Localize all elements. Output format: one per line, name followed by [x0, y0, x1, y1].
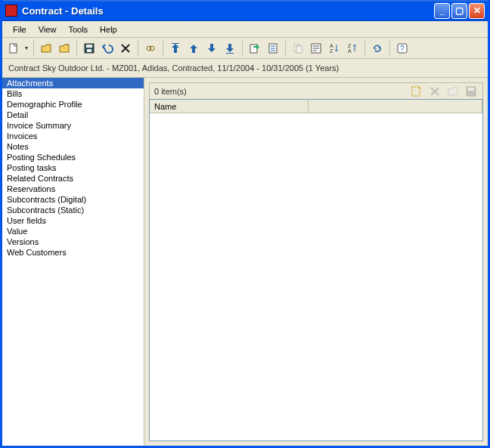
sidebar-item-posting-schedules[interactable]: Posting Schedules — [2, 152, 144, 162]
svg-rect-23 — [468, 88, 474, 91]
delete-button[interactable] — [117, 40, 134, 57]
svg-rect-0 — [10, 44, 17, 53]
properties-button[interactable] — [308, 40, 324, 57]
sidebar-item-versions[interactable]: Versions — [2, 236, 144, 247]
copy-button — [290, 40, 306, 57]
sidebar-item-user-fields[interactable]: User fields — [2, 215, 144, 226]
svg-text:Z: Z — [348, 43, 352, 48]
menubar: File View Tools Help — [2, 21, 488, 38]
svg-rect-12 — [296, 46, 302, 53]
new-button[interactable] — [5, 40, 22, 57]
sidebar-item-subcontracts-digital-[interactable]: Subcontracts (Digital) — [2, 194, 144, 205]
attachments-list[interactable]: Name — [149, 99, 483, 441]
save-attachment-button — [464, 85, 478, 98]
sidebar-item-value[interactable]: Value — [2, 226, 144, 236]
content: AttachmentsBillsDemographic ProfileDetai… — [2, 78, 488, 446]
export-button[interactable] — [247, 40, 263, 57]
sidebar: AttachmentsBillsDemographic ProfileDetai… — [2, 78, 144, 446]
sidebar-item-demographic-profile[interactable]: Demographic Profile — [2, 99, 144, 110]
close-button[interactable]: ✕ — [469, 3, 485, 19]
main-header: 0 item(s) * — [149, 82, 483, 99]
menu-file[interactable]: File — [7, 23, 33, 36]
open-attachment-button — [446, 85, 460, 98]
svg-rect-8 — [226, 53, 234, 54]
new-attachment-button[interactable]: * — [410, 85, 423, 98]
app-icon — [5, 5, 17, 17]
svg-text:A: A — [330, 43, 333, 48]
window-buttons: _ ▢ ✕ — [434, 3, 485, 19]
svg-rect-9 — [250, 45, 257, 53]
main-panel: 0 item(s) * Name — [144, 78, 488, 446]
breadcrumb: Contract Sky Outdoor Ltd. - MZ001, Adida… — [2, 59, 488, 78]
first-button[interactable] — [167, 40, 184, 57]
item-count: 0 item(s) — [154, 87, 410, 96]
new-dropdown[interactable]: ▾ — [23, 45, 29, 51]
open-button[interactable] — [38, 40, 54, 57]
sidebar-item-invoice-summary[interactable]: Invoice Summary — [2, 120, 144, 131]
maximize-button[interactable]: ▢ — [451, 3, 467, 19]
menu-help[interactable]: Help — [94, 23, 123, 36]
svg-rect-3 — [86, 45, 92, 48]
minimize-button[interactable]: _ — [434, 3, 450, 19]
svg-rect-4 — [87, 49, 91, 52]
menu-view[interactable]: View — [33, 23, 63, 36]
document-button[interactable] — [265, 40, 281, 57]
sidebar-item-subcontracts-static-[interactable]: Subcontracts (Static) — [2, 205, 144, 215]
undo-button[interactable] — [99, 40, 116, 57]
sidebar-item-web-customers[interactable]: Web Customers — [2, 247, 144, 258]
sidebar-item-reservations[interactable]: Reservations — [2, 184, 144, 194]
column-blank[interactable] — [309, 100, 482, 113]
toolbar: ▾ * AZ ZA ? — [2, 38, 488, 59]
last-button[interactable] — [222, 40, 238, 57]
svg-text:?: ? — [400, 45, 405, 53]
save-button[interactable] — [81, 40, 98, 57]
open-alt-button[interactable]: * — [56, 40, 73, 57]
next-button[interactable] — [203, 40, 220, 57]
menu-tools[interactable]: Tools — [62, 23, 94, 36]
sidebar-item-invoices[interactable]: Invoices — [2, 131, 144, 141]
sidebar-item-bills[interactable]: Bills — [2, 88, 144, 99]
help-button[interactable]: ? — [394, 40, 411, 57]
delete-attachment-button — [428, 85, 442, 98]
svg-point-6 — [150, 46, 154, 51]
svg-rect-7 — [172, 43, 179, 44]
sort-desc-button[interactable]: ZA — [344, 40, 361, 57]
sidebar-item-posting-tasks[interactable]: Posting tasks — [2, 162, 144, 173]
svg-text:*: * — [418, 85, 420, 92]
list-body — [150, 113, 482, 440]
sidebar-item-related-contracts[interactable]: Related Contracts — [2, 173, 144, 184]
sort-asc-button[interactable]: AZ — [326, 40, 343, 57]
prev-button[interactable] — [185, 40, 202, 57]
window-title: Contract - Details — [22, 5, 434, 17]
sidebar-item-attachments[interactable]: Attachments — [2, 78, 144, 88]
column-name[interactable]: Name — [150, 100, 309, 113]
sidebar-item-notes[interactable]: Notes — [2, 141, 144, 152]
titlebar: Contract - Details _ ▢ ✕ — [2, 0, 488, 21]
breadcrumb-text: Contract Sky Outdoor Ltd. - MZ001, Adida… — [8, 63, 339, 73]
refresh-button[interactable] — [369, 40, 386, 57]
sidebar-item-detail[interactable]: Detail — [2, 110, 144, 120]
list-header: Name — [150, 100, 482, 113]
link-button[interactable] — [142, 40, 159, 57]
svg-text:A: A — [348, 48, 352, 54]
svg-text:Z: Z — [330, 48, 333, 54]
